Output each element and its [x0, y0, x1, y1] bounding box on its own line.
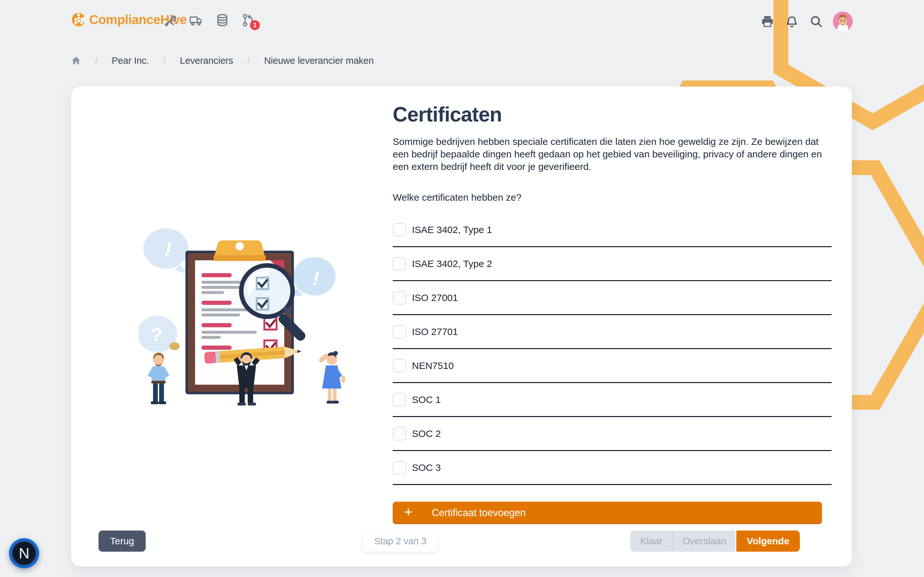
changes-button[interactable]: 1: [241, 13, 256, 27]
header-actions: [760, 11, 853, 31]
breadcrumb-separator: /: [247, 55, 250, 66]
next-button[interactable]: Volgende: [736, 530, 800, 552]
certificate-checkbox[interactable]: [393, 223, 406, 237]
certificate-row[interactable]: NEN7510: [393, 349, 832, 383]
done-button[interactable]: Klaar: [630, 530, 674, 552]
breadcrumb-item-current[interactable]: Nieuwe leverancier maken: [264, 55, 374, 66]
certificate-label: SOC 2: [412, 428, 441, 439]
toolbar: 1: [162, 13, 256, 27]
truck-icon: [189, 13, 203, 27]
notification-count-badge: 1: [250, 20, 260, 30]
certificate-checkbox[interactable]: [393, 359, 406, 372]
user-avatar[interactable]: [833, 11, 853, 31]
honeycomb-c-icon: [71, 12, 86, 27]
n-extension-badge[interactable]: N: [9, 538, 39, 568]
section-description: Sommige bedrijven hebben speciale certif…: [393, 135, 832, 173]
avatar-face: [833, 11, 853, 31]
search-button[interactable]: [809, 14, 824, 29]
certificate-label: ISO 27001: [412, 292, 458, 303]
certificate-label: SOC 1: [412, 394, 441, 405]
data-button[interactable]: [215, 13, 230, 27]
certificate-row[interactable]: SOC 3: [393, 451, 832, 485]
skip-button[interactable]: Overslaan: [674, 530, 735, 552]
breadcrumb-separator: /: [163, 55, 166, 66]
certificate-checkbox[interactable]: [393, 393, 406, 406]
certificate-label: ISAE 3402, Type 2: [412, 258, 492, 269]
breadcrumb-separator: /: [95, 55, 97, 66]
tools-button[interactable]: [162, 13, 177, 27]
plus-icon: +: [404, 505, 413, 519]
breadcrumb-item-suppliers[interactable]: Leveranciers: [180, 55, 233, 66]
wizard-card: ! ? !: [71, 87, 852, 566]
top-bar: ComplianceHive: [0, 0, 924, 42]
certificate-row[interactable]: ISAE 3402, Type 2: [393, 247, 832, 281]
add-certificate-label: Certificaat toevoegen: [432, 507, 526, 519]
certificates-section: Certificaten Sommige bedrijven hebben sp…: [393, 103, 832, 524]
bell-icon: [785, 15, 798, 28]
suppliers-button[interactable]: [189, 13, 204, 27]
svg-text:?: ?: [151, 324, 163, 346]
certificate-row[interactable]: ISO 27701: [393, 315, 832, 349]
database-icon: [215, 13, 229, 27]
certificate-list: ISAE 3402, Type 1 ISAE 3402, Type 2 ISO …: [393, 213, 832, 485]
add-certificate-button[interactable]: + Certificaat toevoegen: [393, 502, 822, 524]
certificate-checkbox[interactable]: [393, 325, 406, 338]
page-title: Certificaten: [393, 103, 832, 126]
certificate-row[interactable]: SOC 2: [393, 417, 832, 451]
search-icon: [809, 15, 823, 28]
tools-icon: [163, 13, 177, 27]
certificate-row[interactable]: SOC 1: [393, 383, 832, 417]
footer-button-group: Klaar Overslaan Volgende: [630, 530, 800, 552]
certificate-label: ISO 27701: [412, 326, 458, 337]
print-button[interactable]: [760, 14, 775, 29]
notifications-button[interactable]: [784, 14, 800, 29]
breadcrumb-home-button[interactable]: [71, 56, 81, 65]
certificate-checkbox[interactable]: [393, 427, 406, 440]
back-button[interactable]: Terug: [99, 530, 145, 552]
certificate-checkbox[interactable]: [393, 257, 406, 271]
certificate-row[interactable]: ISAE 3402, Type 1: [393, 213, 832, 247]
wizard-footer: Terug Stap 2 van 3 Klaar Overslaan Volge…: [99, 530, 826, 552]
printer-icon: [761, 15, 774, 28]
step-indicator: Stap 2 van 3: [363, 530, 437, 552]
breadcrumb: / Pear Inc. / Leveranciers / Nieuwe leve…: [71, 55, 374, 66]
certificate-row[interactable]: ISO 27001: [393, 281, 832, 315]
certificate-label: SOC 3: [412, 462, 441, 473]
certificate-checkbox[interactable]: [393, 291, 406, 305]
certificate-label: ISAE 3402, Type 1: [412, 224, 492, 235]
certificate-label: NEN7510: [412, 360, 454, 371]
home-icon: [71, 56, 81, 65]
breadcrumb-item-company[interactable]: Pear Inc.: [111, 55, 149, 66]
certificates-question: Welke certificaten hebben ze?: [393, 192, 832, 203]
certificate-checkbox[interactable]: [393, 461, 406, 474]
checklist-illustration: ! ? !: [139, 221, 360, 407]
